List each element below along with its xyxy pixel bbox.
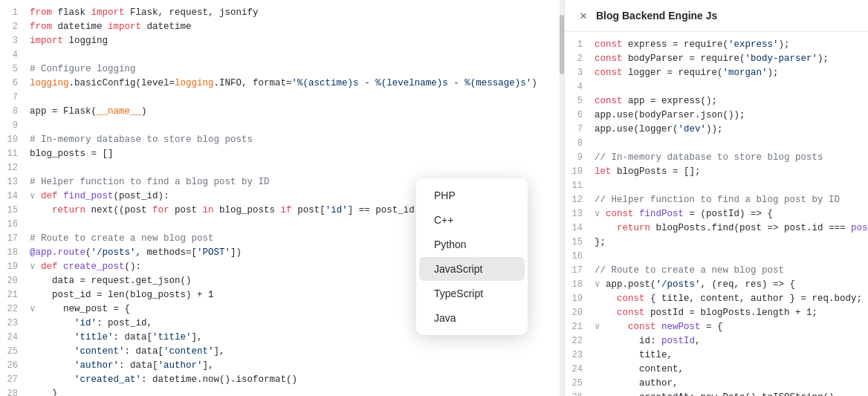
code-line: 4: [0, 48, 564, 62]
line-number: 28: [0, 387, 30, 396]
code-line: 15};: [565, 236, 868, 250]
line-number: 10: [565, 165, 595, 179]
line-number: 25: [565, 377, 595, 391]
line-number: 27: [0, 373, 30, 387]
right-header: ✕ Blog Backend Engine Js: [565, 0, 868, 32]
line-number: 8: [565, 137, 595, 151]
line-content: blog_posts = []: [30, 147, 564, 161]
line-number: 18: [0, 246, 30, 260]
code-line: 7app.use(logger('dev'));: [565, 123, 868, 137]
line-content: createdAt: new Date().toISOString(): [595, 391, 868, 396]
line-number: 1: [565, 38, 595, 52]
line-number: 10: [0, 133, 30, 147]
line-number: 16: [565, 250, 595, 264]
line-number: 20: [565, 306, 595, 320]
line-content: # Configure logging: [30, 62, 564, 77]
line-content: 'author': data['author'],: [30, 359, 564, 373]
code-line: 20 const postId = blogPosts.length + 1;: [565, 306, 868, 320]
line-content: [595, 250, 868, 264]
dropdown-item-php[interactable]: PHP: [419, 184, 525, 207]
line-content: author,: [595, 377, 868, 391]
line-number: 4: [565, 80, 595, 94]
code-line: 26 'author': data['author'],: [0, 359, 564, 373]
line-number: 15: [565, 236, 595, 250]
line-content: const { title, content, author } = req.b…: [595, 292, 868, 306]
right-code-editor: 1const express = require('express');2con…: [565, 32, 868, 396]
line-number: 2: [565, 52, 595, 66]
line-content: import logging: [30, 34, 564, 48]
line-number: 5: [565, 94, 595, 108]
line-content: from flask import Flask, request, jsonif…: [30, 6, 564, 20]
code-line: 9// In-memory database to store blog pos…: [565, 151, 868, 165]
line-number: 23: [0, 317, 30, 331]
dropdown-item-java[interactable]: Java: [419, 306, 525, 330]
line-content: let blogPosts = [];: [595, 165, 868, 179]
line-content: // Route to create a new blog post: [595, 264, 868, 278]
line-number: 5: [0, 62, 30, 77]
line-number: 11: [565, 179, 595, 193]
code-line: 2from datetime import datetime: [0, 20, 564, 34]
line-number: 13: [0, 175, 30, 189]
code-line: 21∨ const newPost = {: [565, 320, 868, 334]
line-content: const express = require('express');: [595, 38, 868, 52]
line-number: 17: [565, 264, 595, 278]
line-content: # In-memory database to store blog posts: [30, 133, 564, 147]
line-content: return blogPosts.find(post => post.id ==…: [595, 221, 868, 236]
line-content: }: [30, 387, 564, 396]
code-line: 8app = Flask(__name__): [0, 105, 564, 119]
code-line: 3const logger = require('morgan');: [565, 66, 868, 80]
code-line: 10# In-memory database to store blog pos…: [0, 133, 564, 147]
line-content: [30, 119, 564, 133]
code-line: 11: [565, 179, 868, 193]
line-number: 26: [0, 359, 30, 373]
left-scrollbar[interactable]: [560, 0, 564, 396]
close-button[interactable]: ✕: [577, 9, 590, 22]
line-number: 24: [565, 363, 595, 377]
line-content: id: postId,: [595, 334, 868, 348]
dropdown-item-python[interactable]: Python: [419, 233, 525, 256]
dropdown-item-javascript[interactable]: JavaScript: [419, 257, 525, 281]
line-content: ∨ app.post('/posts', (req, res) => {: [595, 278, 868, 292]
code-line: 7: [0, 91, 564, 105]
code-line: 3import logging: [0, 34, 564, 48]
line-content: ∨ const findPost = (postId) => {: [595, 207, 868, 221]
code-line: 13∨ const findPost = (postId) => {: [565, 207, 868, 221]
dropdown-item-typescript[interactable]: TypeScript: [419, 282, 525, 305]
code-line: 28 }: [0, 387, 564, 396]
code-line: 2const bodyParser = require('body-parser…: [565, 52, 868, 66]
line-content: [595, 137, 868, 151]
code-line: 11blog_posts = []: [0, 147, 564, 161]
code-line: 22 id: postId,: [565, 334, 868, 348]
language-dropdown[interactable]: PHPC++PythonJavaScriptTypeScriptJava: [416, 178, 528, 335]
line-number: 21: [565, 320, 595, 334]
code-line: 4: [565, 80, 868, 94]
right-panel-title: Blog Backend Engine Js: [596, 10, 717, 22]
dropdown-item-c++[interactable]: C++: [419, 208, 525, 232]
line-content: ∨ const newPost = {: [595, 320, 868, 334]
code-line: 6logging.basicConfig(level=logging.INFO,…: [0, 77, 564, 91]
code-line: 24 content,: [565, 363, 868, 377]
code-line: 5# Configure logging: [0, 62, 564, 77]
line-content: [30, 48, 564, 62]
line-content: // Helper function to find a blog post b…: [595, 193, 868, 207]
line-number: 3: [0, 34, 30, 48]
line-content: app = Flask(__name__): [30, 105, 564, 119]
line-number: 16: [0, 218, 30, 232]
line-number: 25: [0, 345, 30, 359]
left-scrollbar-thumb[interactable]: [560, 15, 564, 74]
line-number: 7: [565, 123, 595, 137]
line-number: 8: [0, 105, 30, 119]
code-line: 5const app = express();: [565, 94, 868, 108]
line-number: 13: [565, 207, 595, 221]
line-content: 'content': data['content'],: [30, 345, 564, 359]
line-number: 6: [0, 77, 30, 91]
line-number: 6: [565, 108, 595, 123]
code-line: 6app.use(bodyParser.json());: [565, 108, 868, 123]
code-line: 14 return blogPosts.find(post => post.id…: [565, 221, 868, 236]
line-content: app.use(logger('dev'));: [595, 123, 868, 137]
line-number: 17: [0, 232, 30, 246]
code-line: 25 author,: [565, 377, 868, 391]
line-number: 20: [0, 274, 30, 288]
line-number: 19: [565, 292, 595, 306]
code-line: 12// Helper function to find a blog post…: [565, 193, 868, 207]
